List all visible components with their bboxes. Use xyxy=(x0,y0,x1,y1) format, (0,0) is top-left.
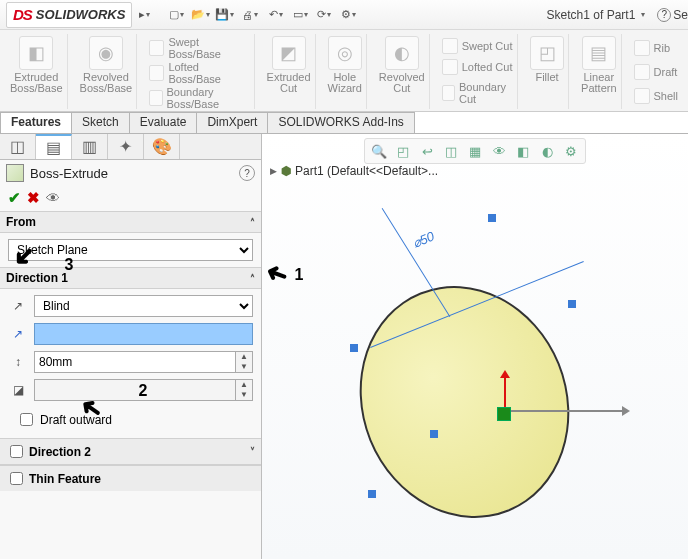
zoom-fit-icon[interactable]: 🔍 xyxy=(369,141,389,161)
annotation-3: ➜ 3 xyxy=(14,244,49,270)
diameter-dimension[interactable]: ⌀50 xyxy=(410,228,436,250)
flyout-tree[interactable]: ▶ ⬢ Part1 (Default<<Default>... xyxy=(270,164,438,178)
options-button[interactable]: ⚙▾ xyxy=(337,4,359,26)
feature-title: Boss-Extrude xyxy=(30,166,108,181)
view-settings-icon[interactable]: ⚙ xyxy=(561,141,581,161)
tab-evaluate[interactable]: Evaluate xyxy=(129,112,198,133)
ribbon-lofted-cut[interactable]: Lofted Cut xyxy=(442,59,513,75)
open-doc-button[interactable]: 📂▾ xyxy=(189,4,211,26)
direction-vector-icon[interactable]: ↗ xyxy=(8,324,28,344)
depth-icon: ↕ xyxy=(8,352,28,372)
appearance-icon[interactable]: ◧ xyxy=(513,141,533,161)
ribbon-boss-group: Swept Boss/Base Lofted Boss/Base Boundar… xyxy=(145,34,254,109)
ribbon-linear-pattern[interactable]: ▤Linear Pattern xyxy=(577,34,621,109)
ribbon-boundary-cut[interactable]: Boundary Cut xyxy=(442,81,513,105)
ribbon-revolved-boss[interactable]: ◉Revolved Boss/Base xyxy=(76,34,138,109)
ribbon: ◧Extruded Boss/Base ◉Revolved Boss/Base … xyxy=(0,30,688,112)
pm-tab-appearance-icon[interactable]: 🎨 xyxy=(144,134,180,159)
pm-tab-dimxpert-icon[interactable]: ✦ xyxy=(108,134,144,159)
undo-button[interactable]: ↶▾ xyxy=(265,4,287,26)
draft-outward-checkbox[interactable] xyxy=(20,413,33,426)
direction1-label: Direction 1 xyxy=(6,271,68,285)
title-bar: DS SOLIDWORKS ▸▾ ▢▾ 📂▾ 💾▾ 🖨▾ ↶▾ ▭▾ ⟳▾ ⚙▾… xyxy=(0,0,688,30)
logo-ds-icon: DS xyxy=(13,6,32,23)
prev-view-icon[interactable]: ↩ xyxy=(417,141,437,161)
view-toolbar: 🔍 ◰ ↩ ◫ ▦ 👁 ◧ ◐ ⚙ xyxy=(364,138,586,164)
direction2-label: Direction 2 xyxy=(29,445,91,459)
tab-addins[interactable]: SOLIDWORKS Add-Ins xyxy=(267,112,414,133)
hide-show-icon[interactable]: 👁 xyxy=(489,141,509,161)
direction2-header[interactable]: Direction 2 ˅ xyxy=(0,438,261,465)
pm-tab-feature-tree-icon[interactable]: ◫ xyxy=(0,134,36,159)
draft-angle-input xyxy=(34,379,235,401)
ribbon-swept-cut[interactable]: Swept Cut xyxy=(442,38,513,54)
rebuild-button[interactable]: ⟳▾ xyxy=(313,4,335,26)
ribbon-swept-boss[interactable]: Swept Boss/Base xyxy=(149,36,249,60)
tab-dimxpert[interactable]: DimXpert xyxy=(196,112,268,133)
ribbon-last-group: Rib Draft Shell xyxy=(630,34,682,109)
ribbon-fillet[interactable]: ◰Fillet xyxy=(526,34,569,109)
tree-root-label: Part1 (Default<<Default>... xyxy=(295,164,438,178)
draft-icon[interactable]: ◪ xyxy=(8,380,28,400)
pm-tabs: ◫ ▤ ▥ ✦ 🎨 xyxy=(0,134,261,160)
ribbon-shell[interactable]: Shell xyxy=(634,88,678,104)
extrude-direction-arrow[interactable] xyxy=(504,410,624,412)
tab-sketch[interactable]: Sketch xyxy=(71,112,130,133)
ribbon-boundary-boss[interactable]: Boundary Boss/Base xyxy=(149,86,249,110)
ribbon-lofted-boss[interactable]: Lofted Boss/Base xyxy=(149,61,249,85)
section-view-icon[interactable]: ◫ xyxy=(441,141,461,161)
ok-button[interactable]: ✔ xyxy=(8,189,21,207)
help-button[interactable]: ? Se xyxy=(657,8,688,22)
print-button[interactable]: 🖨▾ xyxy=(237,3,263,27)
model-preview: ⌀50 xyxy=(302,194,682,554)
zoom-area-icon[interactable]: ◰ xyxy=(393,141,413,161)
from-label: From xyxy=(6,215,36,229)
boss-extrude-icon xyxy=(6,164,24,182)
ribbon-rib[interactable]: Rib xyxy=(634,40,671,56)
expand-tree-icon[interactable]: ▶ xyxy=(270,166,277,176)
display-style-icon[interactable]: ▦ xyxy=(465,141,485,161)
reverse-direction-icon[interactable]: ↗ xyxy=(8,296,28,316)
logo-text: SOLIDWORKS xyxy=(36,7,126,22)
help-label: Se xyxy=(673,8,688,22)
app-logo: DS SOLIDWORKS xyxy=(6,2,132,28)
thin-feature-header[interactable]: Thin Feature xyxy=(0,465,261,491)
pm-tab-property-icon[interactable]: ▤ xyxy=(36,134,72,159)
origin-marker-icon xyxy=(497,407,511,421)
save-button[interactable]: 💾▾ xyxy=(213,4,235,26)
preview-toggle-icon[interactable]: 👁 xyxy=(46,190,60,206)
command-tabs: Features Sketch Evaluate DimXpert SOLIDW… xyxy=(0,112,688,134)
annotation-1: ➜ 1 xyxy=(266,262,301,288)
axis-y-icon xyxy=(504,376,506,410)
cancel-button[interactable]: ✖ xyxy=(27,189,40,207)
thin-feature-checkbox[interactable] xyxy=(10,472,23,485)
depth-spinner[interactable]: ▲▼ xyxy=(235,351,253,373)
chevron-up-icon: ˄ xyxy=(250,217,255,228)
chevron-down-icon: ˅ xyxy=(250,446,255,457)
ribbon-extruded-cut[interactable]: ◩Extruded Cut xyxy=(263,34,316,109)
direction-vector-field[interactable] xyxy=(34,323,253,345)
property-manager: ◫ ▤ ▥ ✦ 🎨 Boss-Extrude ? ✔ ✖ 👁 From ˄ Sk… xyxy=(0,134,262,559)
ribbon-revolved-cut[interactable]: ◐Revolved Cut xyxy=(375,34,430,109)
direction2-checkbox[interactable] xyxy=(10,445,23,458)
select-button[interactable]: ▭▾ xyxy=(289,4,311,26)
graphics-viewport[interactable]: 🔍 ◰ ↩ ◫ ▦ 👁 ◧ ◐ ⚙ ▶ ⬢ Part1 (Default<<De… xyxy=(262,134,688,559)
tab-features[interactable]: Features xyxy=(0,112,72,133)
feature-title-row: Boss-Extrude ? xyxy=(0,160,261,186)
ribbon-extruded-boss[interactable]: ◧Extruded Boss/Base xyxy=(6,34,68,109)
depth-input[interactable] xyxy=(34,351,235,373)
thin-feature-label: Thin Feature xyxy=(29,472,101,486)
ribbon-hole-wizard[interactable]: ◎Hole Wizard xyxy=(324,34,367,109)
chevron-up-icon: ˄ xyxy=(250,273,255,284)
from-header[interactable]: From ˄ xyxy=(0,211,261,233)
ribbon-draft[interactable]: Draft xyxy=(634,64,678,80)
scene-icon[interactable]: ◐ xyxy=(537,141,557,161)
pm-tab-config-icon[interactable]: ▥ xyxy=(72,134,108,159)
new-doc-button[interactable]: ▢▾ xyxy=(165,4,187,26)
annotation-2: ➜ 2 xyxy=(80,396,115,422)
breadcrumb[interactable]: Sketch1 of Part1 xyxy=(547,8,636,22)
feature-help-icon[interactable]: ? xyxy=(239,165,255,181)
history-back-button[interactable]: ▸▾ xyxy=(133,4,155,26)
direction1-header[interactable]: Direction 1 ˄ xyxy=(0,267,261,289)
end-condition-select[interactable]: Blind xyxy=(34,295,253,317)
